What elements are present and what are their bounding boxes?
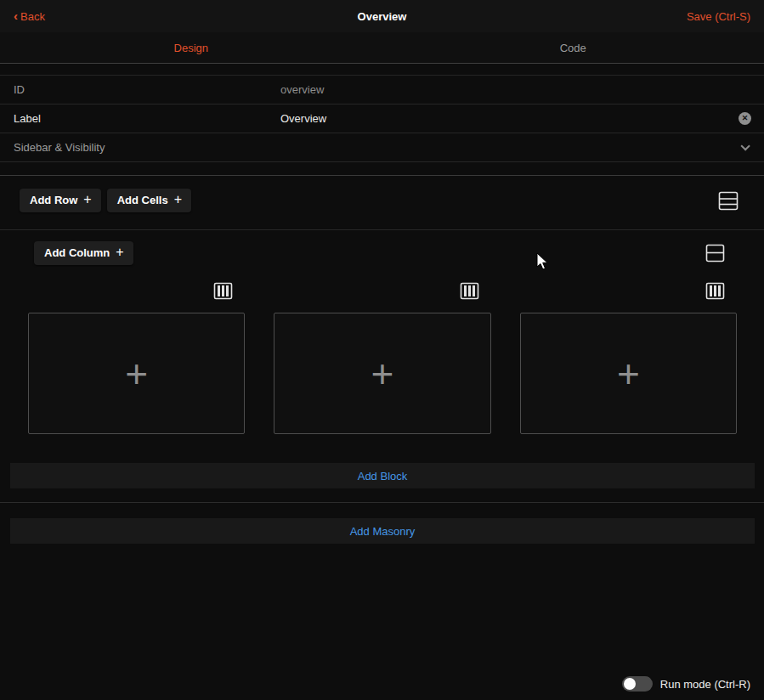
close-icon: ✕ [742, 115, 749, 122]
plus-icon: + [617, 354, 640, 393]
sidebar-visibility-label: Sidebar & Visibility [14, 141, 280, 154]
row-layout-button[interactable] [718, 191, 739, 211]
drop-boxes-row: + + + [28, 313, 737, 434]
block-masonry-divider [0, 502, 764, 503]
cell-layout-button[interactable] [705, 244, 725, 262]
add-widget-dropzone-1[interactable]: + [28, 313, 245, 434]
columns-icon [705, 282, 725, 300]
plus-icon: + [116, 247, 123, 257]
run-mode-label: Run mode (Ctrl-R) [660, 678, 750, 691]
toggle-knob [624, 678, 636, 690]
tab-design[interactable]: Design [0, 32, 382, 63]
save-button[interactable]: Save (Ctrl-S) [687, 10, 750, 23]
add-masonry-button[interactable]: Add Masonry [10, 518, 755, 544]
back-button[interactable]: ‹ Back [14, 10, 45, 23]
properties-form: ID overview Label Overview ✕ Sidebar & V… [0, 75, 764, 162]
column-controls: Add Column + [0, 230, 764, 265]
back-button-label: Back [20, 10, 45, 23]
add-widget-dropzone-3[interactable]: + [520, 313, 737, 434]
add-cells-label: Add Cells [117, 194, 168, 206]
add-widget-dropzone-2[interactable]: + [274, 313, 490, 434]
column-settings-button-2[interactable] [460, 282, 479, 303]
columns-icon [460, 282, 479, 300]
clear-label-button[interactable]: ✕ [739, 112, 751, 125]
add-column-label: Add Column [44, 246, 110, 259]
form-row-label: Label Overview ✕ [0, 104, 764, 133]
plus-icon: + [83, 195, 91, 205]
row-controls: Add Row + Add Cells + [0, 176, 764, 212]
column-settings-button-1[interactable] [213, 282, 233, 303]
back-chevron-icon: ‹ [14, 9, 18, 22]
id-label: ID [14, 83, 280, 96]
columns-icon [213, 282, 233, 300]
cell-rows-icon [705, 244, 725, 262]
chevron-down-icon [740, 141, 750, 150]
page-builder-screen: ‹ Back Overview Save (Ctrl-S) Design Cod… [0, 0, 764, 700]
plus-icon: + [125, 354, 148, 393]
label-field[interactable]: Overview [280, 112, 739, 125]
id-field[interactable]: overview [280, 83, 764, 96]
rows-icon [718, 191, 739, 211]
label-label: Label [14, 112, 280, 125]
footer-bar: Run mode (Ctrl-R) [622, 676, 750, 692]
add-block-button[interactable]: Add Block [10, 463, 755, 488]
add-row-label: Add Row [30, 194, 77, 206]
column-icons-row [28, 282, 737, 303]
add-column-button[interactable]: Add Column + [34, 241, 133, 265]
add-row-button[interactable]: Add Row + [20, 189, 101, 212]
tab-code[interactable]: Code [382, 32, 764, 63]
form-row-sidebar-visibility[interactable]: Sidebar & Visibility [0, 133, 764, 162]
plus-icon: + [371, 354, 394, 393]
page-title: Overview [358, 10, 407, 23]
form-row-id: ID overview [0, 76, 764, 104]
plus-icon: + [174, 195, 182, 205]
top-bar: ‹ Back Overview Save (Ctrl-S) [0, 0, 764, 32]
tab-bar: Design Code [0, 32, 764, 64]
run-mode-toggle[interactable] [622, 676, 653, 692]
column-settings-button-3[interactable] [705, 282, 725, 303]
add-cells-button[interactable]: Add Cells + [107, 189, 191, 212]
